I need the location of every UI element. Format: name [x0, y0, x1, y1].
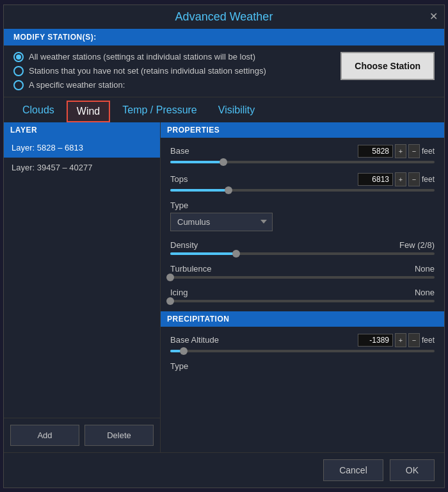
- base-decrement[interactable]: −: [408, 144, 420, 158]
- icing-label: Icing: [170, 288, 188, 297]
- precip-type-label: Type: [170, 361, 188, 371]
- turbulence-slider-thumb[interactable]: [166, 274, 174, 281]
- density-label: Density: [170, 240, 198, 250]
- radio-not-set[interactable]: Stations that you have not set (retains …: [13, 66, 266, 76]
- layer-header: LAYER: [4, 122, 160, 138]
- icing-slider-thumb[interactable]: [166, 297, 174, 305]
- dialog-title: Advanced Weather: [175, 10, 273, 23]
- base-label: Base: [170, 146, 189, 156]
- base-unit: feet: [422, 147, 435, 156]
- properties-scroll[interactable]: Base + − feet: [161, 138, 444, 452]
- base-input[interactable]: [358, 145, 393, 158]
- base-altitude-decrement[interactable]: −: [408, 333, 420, 347]
- radio-specific-label: A specific weather station:: [29, 80, 125, 90]
- base-slider[interactable]: [170, 161, 435, 163]
- type-select[interactable]: Cumulus Stratus Cirrus Nimbus: [170, 213, 273, 231]
- icing-property: Icing None: [170, 288, 435, 302]
- station-section: All weather stations (settings at indivi…: [4, 45, 444, 97]
- tab-visibility[interactable]: Visibility: [209, 101, 264, 122]
- tab-wind[interactable]: Wind: [67, 101, 110, 122]
- base-altitude-slider[interactable]: [170, 350, 435, 352]
- base-altitude-unit: feet: [422, 336, 435, 345]
- turbulence-value: None: [415, 264, 435, 274]
- cancel-button[interactable]: Cancel: [323, 459, 383, 481]
- right-panel: PROPERTIES Base + − feet: [161, 122, 444, 452]
- content-area: LAYER Layer: 5828 – 6813 Layer: 39457 – …: [4, 122, 444, 452]
- radio-notset-icon[interactable]: [13, 66, 24, 76]
- precip-type-property: Type: [170, 361, 435, 371]
- base-altitude-label: Base Altitude: [170, 335, 219, 345]
- tops-slider[interactable]: [170, 189, 435, 192]
- radio-all-icon[interactable]: [13, 52, 24, 62]
- layer-buttons: Add Delete: [4, 418, 160, 452]
- type-label: Type: [170, 201, 188, 210]
- base-slider-thumb[interactable]: [220, 158, 227, 166]
- left-panel: LAYER Layer: 5828 – 6813 Layer: 39457 – …: [4, 122, 161, 452]
- tops-slider-fill: [170, 189, 228, 192]
- layer-list: Layer: 5828 – 6813 Layer: 39457 – 40277: [4, 138, 160, 418]
- advanced-weather-dialog: Advanced Weather ✕ MODIFY STATION(S): Al…: [3, 4, 445, 488]
- base-value-box: + − feet: [358, 144, 435, 158]
- tops-value-box: + − feet: [358, 172, 435, 186]
- turbulence-property: Turbulence None: [170, 264, 435, 279]
- choose-station-button[interactable]: Choose Station: [340, 52, 435, 80]
- station-radio-group: All weather stations (settings at indivi…: [13, 52, 266, 90]
- base-altitude-slider-thumb[interactable]: [180, 347, 188, 355]
- delete-layer-button[interactable]: Delete: [84, 425, 154, 446]
- tab-clouds[interactable]: Clouds: [13, 101, 63, 122]
- tops-input[interactable]: [358, 173, 393, 186]
- base-slider-fill: [170, 161, 223, 163]
- turbulence-label: Turbulence: [170, 264, 212, 274]
- base-property: Base + − feet: [170, 144, 435, 163]
- radio-specific[interactable]: A specific weather station:: [13, 80, 266, 90]
- base-altitude-increment[interactable]: +: [395, 333, 406, 347]
- type-property: Type Cumulus Stratus Cirrus Nimbus: [170, 201, 435, 231]
- layer-item[interactable]: Layer: 39457 – 40277: [4, 158, 160, 177]
- turbulence-slider[interactable]: [170, 276, 435, 279]
- tops-unit: feet: [422, 175, 435, 184]
- base-increment[interactable]: +: [395, 144, 406, 158]
- tab-temp-pressure[interactable]: Temp / Pressure: [113, 101, 205, 122]
- density-slider-fill: [170, 252, 236, 255]
- density-value: Few (2/8): [399, 240, 435, 250]
- radio-all-label: All weather stations (settings at indivi…: [29, 52, 255, 62]
- radio-notset-label: Stations that you have not set (retains …: [29, 66, 266, 76]
- footer-buttons: Cancel OK: [4, 452, 444, 488]
- base-altitude-value-box: + − feet: [358, 333, 435, 347]
- close-button[interactable]: ✕: [429, 10, 438, 22]
- ok-button[interactable]: OK: [390, 459, 435, 481]
- tops-slider-thumb[interactable]: [225, 186, 232, 194]
- tops-label: Tops: [170, 174, 188, 184]
- properties-header: PROPERTIES: [161, 122, 444, 138]
- density-slider-thumb[interactable]: [232, 250, 240, 258]
- icing-slider[interactable]: [170, 300, 435, 302]
- add-layer-button[interactable]: Add: [10, 425, 79, 446]
- icing-value: None: [415, 288, 435, 297]
- density-slider[interactable]: [170, 252, 435, 255]
- base-altitude-input[interactable]: [358, 334, 393, 347]
- tops-decrement[interactable]: −: [408, 172, 420, 186]
- base-altitude-property: Base Altitude + − feet: [170, 333, 435, 352]
- tops-increment[interactable]: +: [395, 172, 406, 186]
- modify-bar: MODIFY STATION(S):: [4, 29, 444, 45]
- tab-bar: Clouds Wind Temp / Pressure Visibility: [4, 97, 444, 122]
- title-bar: Advanced Weather ✕: [4, 5, 444, 29]
- radio-all-stations[interactable]: All weather stations (settings at indivi…: [13, 52, 266, 62]
- tops-property: Tops + − feet: [170, 172, 435, 192]
- precipitation-header: PRECIPITATION: [161, 311, 444, 327]
- layer-item[interactable]: Layer: 5828 – 6813: [4, 138, 160, 158]
- density-property: Density Few (2/8): [170, 240, 435, 255]
- radio-specific-icon[interactable]: [13, 80, 24, 90]
